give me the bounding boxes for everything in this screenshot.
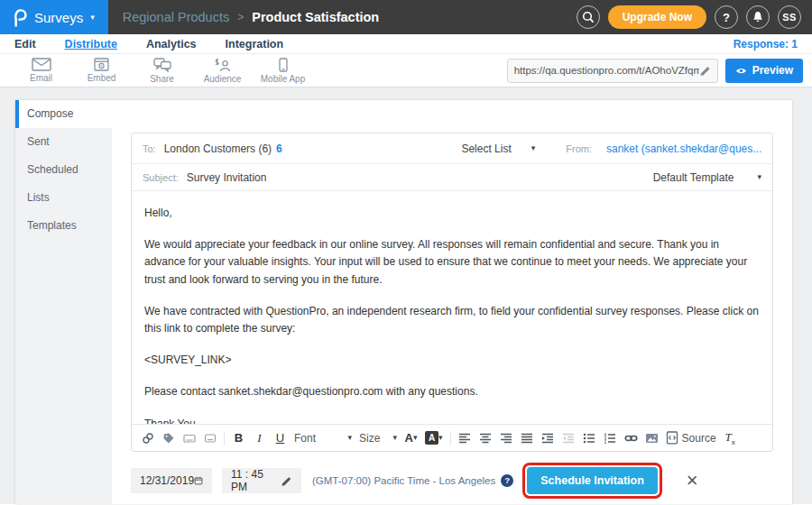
- indent-increase-icon: [541, 432, 554, 445]
- account-avatar[interactable]: SS: [778, 5, 801, 29]
- search-icon: [581, 10, 595, 24]
- insert-merge-tag-button[interactable]: [161, 429, 175, 447]
- bold-button[interactable]: B: [232, 429, 245, 447]
- image-icon: [645, 432, 659, 445]
- sidebar-item-compose[interactable]: Compose: [15, 100, 112, 128]
- bg-color-button[interactable]: A ▾: [425, 429, 443, 447]
- align-left-button[interactable]: [458, 429, 472, 447]
- sidebar-item-lists[interactable]: Lists: [15, 184, 112, 212]
- channel-email[interactable]: Email: [11, 58, 71, 83]
- body-paragraph: Thank You: [144, 416, 760, 425]
- bulleted-list-button[interactable]: [583, 429, 596, 447]
- tab-analytics[interactable]: Analytics: [146, 38, 197, 50]
- breadcrumb-separator-icon: >: [237, 11, 244, 23]
- size-caret-icon: ▾: [392, 434, 397, 442]
- keyboard-field-icon: [183, 432, 196, 445]
- close-icon[interactable]: ×: [687, 471, 698, 491]
- source-doc-icon: [666, 431, 678, 445]
- email-body-editor[interactable]: Hello, We would appreciate your feedback…: [132, 191, 772, 424]
- channel-mobile-app[interactable]: Mobile App: [253, 58, 313, 84]
- recipient-count[interactable]: 6: [276, 142, 282, 155]
- insert-field-button[interactable]: [182, 429, 196, 447]
- hyperlink-button[interactable]: [624, 429, 638, 447]
- schedule-time-value: 11 : 45 PM: [231, 468, 281, 493]
- body-paragraph: <SURVEY_LINK>: [144, 352, 760, 369]
- insert-button-button[interactable]: [203, 429, 217, 447]
- channel-embed[interactable]: Embed: [71, 58, 132, 83]
- schedule-date-picker[interactable]: 12/31/2019: [131, 468, 212, 493]
- template-dropdown[interactable]: Default Template: [653, 171, 734, 184]
- channel-mobile-label: Mobile App: [261, 74, 305, 84]
- channel-share[interactable]: Share: [132, 58, 192, 84]
- timezone-info: (GMT-07:00) Pacific Time - Los Angeles ?: [312, 474, 513, 487]
- source-button[interactable]: Source: [666, 429, 716, 447]
- to-row-right: Select List ▾ From: sanket (sanket.shekd…: [461, 142, 761, 155]
- response-count[interactable]: Response: 1: [734, 38, 798, 50]
- subject-row-right: Default Template ▾: [653, 171, 761, 184]
- remove-format-button[interactable]: Tx: [724, 429, 737, 447]
- edit-url-pencil-icon[interactable]: [699, 65, 711, 77]
- eye-icon: [735, 67, 747, 75]
- timezone-help-icon[interactable]: ?: [501, 474, 513, 487]
- font-select[interactable]: Font ▾: [294, 432, 352, 445]
- align-right-icon: [500, 432, 512, 445]
- product-menu-label: Surveys: [34, 10, 83, 25]
- search-button[interactable]: [577, 5, 600, 29]
- tab-integration[interactable]: Integration: [226, 38, 284, 50]
- email-icon: [32, 58, 51, 71]
- numbered-list-button[interactable]: [604, 429, 617, 447]
- source-label: Source: [682, 432, 716, 445]
- upgrade-now-button[interactable]: Upgrade Now: [608, 5, 706, 29]
- font-select-label: Font: [294, 432, 316, 445]
- notifications-button[interactable]: [746, 5, 770, 29]
- text-color-button[interactable]: A ▾: [404, 429, 418, 447]
- insert-survey-link-button[interactable]: [141, 429, 154, 447]
- header-actions: Upgrade Now ? SS: [577, 5, 812, 29]
- size-select[interactable]: Size ▾: [359, 432, 397, 445]
- preview-button[interactable]: Preview: [725, 59, 803, 83]
- to-list-value[interactable]: London Customers (6): [164, 142, 272, 155]
- tab-distribute[interactable]: Distribute: [65, 38, 117, 50]
- link-icon: [624, 432, 638, 445]
- sidebar-item-scheduled[interactable]: Scheduled: [15, 156, 112, 184]
- toolbar-separator: [450, 431, 451, 445]
- italic-button[interactable]: I: [253, 429, 266, 447]
- timezone-label: (GMT-07:00) Pacific Time - Los Angeles: [312, 475, 495, 486]
- sidebar-item-sent[interactable]: Sent: [15, 128, 112, 156]
- avatar-initials: SS: [782, 12, 796, 23]
- from-label: From:: [566, 143, 592, 154]
- schedule-invitation-button[interactable]: Schedule Invitation: [527, 467, 658, 494]
- tab-edit[interactable]: Edit: [14, 38, 36, 50]
- channel-audience[interactable]: Audience: [192, 58, 253, 84]
- schedule-time-picker[interactable]: 11 : 45 PM: [222, 468, 301, 493]
- survey-nav: Edit Distribute Analytics Integration Re…: [0, 34, 812, 54]
- select-list-caret-icon[interactable]: ▾: [531, 144, 536, 152]
- indent-decrease-icon: [562, 432, 575, 445]
- numbered-list-icon: [604, 432, 616, 445]
- subject-value[interactable]: Survey Invitation: [187, 171, 267, 184]
- indent-decrease-button[interactable]: [562, 429, 576, 447]
- from-value[interactable]: sanket (sanket.shekdar@ques...: [606, 142, 761, 155]
- breadcrumb-parent[interactable]: Regional Products: [123, 10, 230, 24]
- select-list-dropdown[interactable]: Select List: [461, 142, 511, 155]
- body-paragraph: We would appreciate your feedback in our…: [144, 236, 760, 289]
- align-right-button[interactable]: [500, 429, 513, 447]
- survey-url-field[interactable]: https://qa.questionpro.com/t/AOhoVZfqml: [507, 59, 718, 83]
- remove-format-icon: Tx: [724, 430, 734, 446]
- text-color-letter: A: [405, 431, 413, 445]
- bell-icon: [751, 10, 765, 24]
- template-caret-icon[interactable]: ▾: [757, 173, 761, 181]
- chevron-down-icon: ▾: [90, 14, 95, 22]
- insert-image-button[interactable]: [645, 429, 659, 447]
- sidebar-item-templates[interactable]: Templates: [15, 212, 112, 240]
- align-center-button[interactable]: [479, 429, 493, 447]
- button-box-icon: [204, 432, 217, 445]
- underline-button[interactable]: U: [273, 429, 287, 447]
- product-switcher[interactable]: Surveys ▾: [0, 0, 108, 34]
- align-justify-button[interactable]: [521, 429, 534, 447]
- indent-increase-button[interactable]: [541, 429, 555, 447]
- preview-label: Preview: [752, 64, 793, 77]
- toolbar-right: https://qa.questionpro.com/t/AOhoVZfqml …: [507, 59, 803, 83]
- tag-icon: [162, 432, 175, 445]
- help-button[interactable]: ?: [715, 5, 738, 29]
